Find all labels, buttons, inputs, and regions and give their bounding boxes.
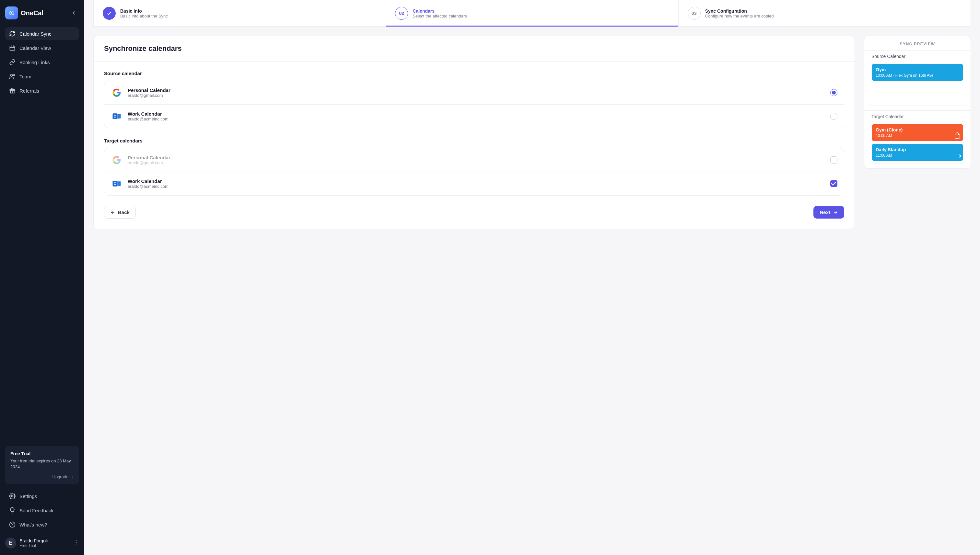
link-icon	[9, 59, 16, 66]
outlook-icon: O	[111, 111, 122, 122]
step-title: Basic Info	[120, 8, 168, 14]
event-sub: 10:00 AM	[875, 133, 959, 138]
primary-nav: Calendar Sync Calendar View Booking Link…	[5, 27, 79, 97]
target-calendar-list: Personal Calendar eraldo@gmail.com O Wor…	[104, 148, 844, 196]
trial-card: Free Trial Your free trial expires on 23…	[5, 446, 79, 484]
svg-point-9	[76, 544, 77, 545]
step-calendars[interactable]: 02 Calendars Select the affected calenda…	[386, 0, 678, 26]
next-button[interactable]: Next	[813, 206, 844, 218]
step-number: 02	[395, 7, 408, 20]
svg-text:O: O	[114, 182, 117, 186]
svg-rect-12	[117, 114, 121, 119]
preview-title: SYNC PREVIEW	[864, 36, 970, 50]
sidebar: 01 OneCal Calendar Sync Calendar View Bo…	[0, 0, 84, 555]
user-plan: Free Trial	[19, 543, 48, 548]
button-label: Back	[118, 210, 130, 215]
event-sub: 10:00 AM · Flex Gym on 16th Ave	[875, 73, 959, 78]
radio-button[interactable]	[830, 113, 837, 120]
source-calendar-option-work[interactable]: O Work Calendar eraldo@acmeinc.com	[105, 104, 844, 128]
calendar-name: Personal Calendar	[128, 155, 171, 160]
step-sub: Basic info about the Sync	[120, 14, 168, 18]
source-calendar-option-personal[interactable]: Personal Calendar eraldo@gmail.com	[105, 81, 844, 104]
panel-heading: Synchronize calendars	[104, 44, 844, 53]
nav-label: Team	[19, 74, 31, 79]
preview-target-title: Target Calendar	[864, 111, 970, 121]
preview-source-title: Source Calendar	[864, 50, 970, 61]
svg-point-2	[13, 74, 15, 76]
svg-point-8	[76, 542, 77, 543]
svg-rect-15	[117, 181, 121, 186]
logo[interactable]: 01 OneCal	[5, 6, 43, 19]
calendar-name: Personal Calendar	[128, 87, 171, 93]
step-basic-info[interactable]: Basic Info Basic info about the Sync	[94, 0, 386, 26]
checkbox[interactable]	[830, 180, 837, 187]
preview-event-standup: Daily Standup 11:00 AM	[872, 144, 963, 161]
logo-mark-icon: 01	[5, 6, 18, 19]
nav-whats-new[interactable]: What's new?	[5, 518, 79, 531]
user-row[interactable]: E Eraldo Forgoli Free Trial	[5, 537, 79, 549]
source-calendar-label: Source calendar	[104, 71, 844, 76]
user-name: Eraldo Forgoli	[19, 538, 48, 543]
calendar-name: Work Calendar	[128, 111, 169, 117]
nav-booking-links[interactable]: Booking Links	[5, 56, 79, 69]
gift-icon	[9, 87, 16, 94]
arrow-left-icon	[110, 210, 115, 215]
logo-text: OneCal	[21, 10, 43, 17]
more-vertical-icon	[73, 539, 79, 545]
check-icon	[106, 10, 112, 16]
nav-label: Calendar Sync	[19, 31, 51, 37]
google-icon	[111, 154, 122, 166]
target-calendar-option-personal: Personal Calendar eraldo@gmail.com	[105, 148, 844, 172]
lightbulb-icon	[9, 507, 16, 513]
lock-icon	[955, 134, 960, 139]
arrow-right-icon	[833, 210, 838, 215]
upgrade-link[interactable]: Upgrade →	[10, 474, 74, 479]
calendar-icon	[9, 45, 16, 51]
main: Basic Info Basic info about the Sync 02 …	[84, 0, 980, 555]
radio-button[interactable]	[830, 89, 837, 96]
event-title: Gym (Clone)	[875, 127, 959, 132]
step-sync-configuration[interactable]: 03 Sync Configuration Configure how the …	[679, 0, 970, 26]
checkbox	[830, 156, 837, 164]
help-icon	[9, 521, 16, 528]
nav-team[interactable]: Team	[5, 70, 79, 83]
step-done-icon	[103, 7, 116, 20]
stepper: Basic Info Basic info about the Sync 02 …	[93, 0, 971, 27]
nav-label: Send Feedback	[19, 508, 53, 513]
sync-icon	[9, 30, 16, 37]
video-icon	[955, 154, 960, 158]
nav-label: What's new?	[19, 522, 47, 528]
gear-icon	[9, 493, 16, 499]
svg-point-5	[12, 496, 13, 497]
calendar-name: Work Calendar	[128, 178, 169, 184]
step-number: 03	[688, 7, 701, 20]
user-menu-button[interactable]	[73, 539, 79, 547]
back-button[interactable]: Back	[104, 206, 136, 218]
svg-text:O: O	[114, 114, 117, 118]
nav-calendar-sync[interactable]: Calendar Sync	[5, 27, 79, 40]
event-title: Gym	[875, 67, 959, 72]
svg-point-7	[76, 540, 77, 541]
step-sub: Select the affected calendars	[412, 14, 467, 18]
preview-source-card: Gym 10:00 AM · Flex Gym on 16th Ave	[869, 61, 966, 106]
nav-label: Calendar View	[19, 45, 51, 51]
google-icon	[111, 87, 122, 98]
target-calendars-label: Target calendars	[104, 138, 844, 143]
source-calendar-list: Personal Calendar eraldo@gmail.com O Wor…	[104, 81, 844, 128]
target-calendar-option-work[interactable]: O Work Calendar eraldo@acmeinc.com	[105, 172, 844, 195]
svg-point-1	[10, 74, 13, 76]
sidebar-collapse-button[interactable]	[69, 8, 79, 18]
sync-preview-panel: SYNC PREVIEW Source Calendar Gym 10:00 A…	[864, 35, 971, 169]
calendar-email: eraldo@acmeinc.com	[128, 184, 169, 189]
team-icon	[9, 73, 16, 80]
synchronize-panel: Synchronize calendars Source calendar Pe…	[93, 35, 855, 229]
preview-target-card: Gym (Clone) 10:00 AM Daily Standup 11:00…	[869, 121, 966, 164]
nav-settings[interactable]: Settings	[5, 489, 79, 502]
nav-send-feedback[interactable]: Send Feedback	[5, 504, 79, 517]
outlook-icon: O	[111, 178, 122, 189]
nav-label: Referrals	[19, 88, 39, 93]
nav-calendar-view[interactable]: Calendar View	[5, 42, 79, 55]
nav-referrals[interactable]: Referrals	[5, 84, 79, 97]
chevron-left-icon	[71, 10, 77, 16]
button-label: Next	[819, 210, 830, 215]
